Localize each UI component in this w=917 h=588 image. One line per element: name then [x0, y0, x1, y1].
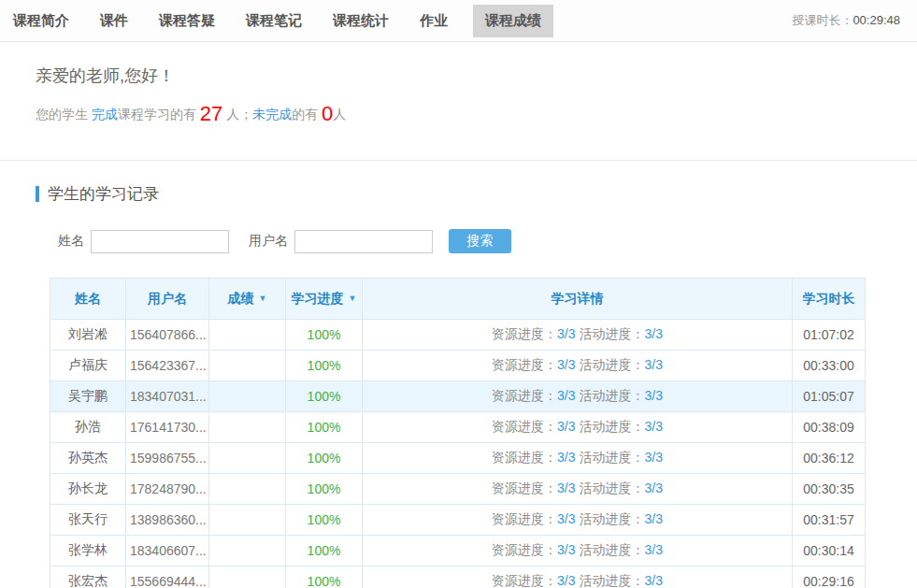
resource-progress-label: 资源进度： — [492, 357, 557, 372]
student-name-cell: 张天行 — [50, 505, 126, 536]
score-cell — [209, 536, 286, 566]
stats-mid1: 课程学习的有 — [118, 107, 200, 122]
resource-progress-label: 资源进度： — [492, 326, 557, 341]
uncompleted-link[interactable]: 未完成 — [252, 107, 292, 122]
table-row: 卢福庆156423367...100%资源进度：3/3活动进度：3/300:33… — [50, 351, 866, 381]
tab-course-qa[interactable]: 课程答疑 — [159, 5, 215, 37]
duration-cell: 00:38:09 — [793, 412, 866, 443]
resource-progress-label: 资源进度： — [492, 511, 557, 526]
progress-cell: 100% — [286, 443, 363, 474]
score-cell — [209, 412, 286, 443]
detail-cell: 资源进度：3/3活动进度：3/3 — [363, 381, 793, 412]
top-navigation-bar: 课程简介课件课程答疑课程笔记课程统计作业课程成绩 授课时长：00:29:48 — [0, 0, 917, 42]
student-name-cell: 卢福庆 — [50, 351, 126, 381]
resource-progress-link[interactable]: 3/3 — [557, 542, 575, 557]
resource-progress-link[interactable]: 3/3 — [557, 326, 575, 341]
duration-cell: 00:31:57 — [793, 505, 866, 536]
section-title-text: 学生的学习记录 — [48, 183, 159, 205]
table-row: 张学林183406607...100%资源进度：3/3活动进度：3/300:30… — [50, 536, 866, 566]
table-header-row: 姓名用户名成绩▼学习进度▼学习详情学习时长 — [50, 279, 866, 320]
student-name-cell: 孙长龙 — [50, 474, 126, 505]
activity-progress-link[interactable]: 3/3 — [645, 357, 663, 372]
column-header-label: 学习进度 — [292, 291, 344, 306]
duration-cell: 00:30:35 — [793, 474, 866, 505]
tab-course-intro[interactable]: 课程简介 — [13, 5, 69, 37]
activity-progress-label: 活动进度： — [580, 511, 645, 526]
detail-cell: 资源进度：3/3活动进度：3/3 — [363, 320, 793, 351]
activity-progress-link[interactable]: 3/3 — [645, 542, 663, 557]
activity-progress-link[interactable]: 3/3 — [645, 450, 663, 465]
progress-cell: 100% — [286, 381, 363, 412]
username-cell: 138986360... — [126, 505, 209, 536]
duration-cell: 00:30:14 — [793, 536, 866, 566]
column-header[interactable]: 成绩▼ — [209, 279, 286, 320]
greeting-panel: 亲爱的老师,您好！ 您的学生 完成课程学习的有 27 人；未完成的有 0人 — [0, 42, 917, 161]
activity-progress-label: 活动进度： — [580, 388, 645, 403]
progress-cell: 100% — [286, 474, 363, 505]
activity-progress-label: 活动进度： — [580, 357, 645, 372]
sort-down-icon[interactable]: ▼ — [349, 294, 357, 303]
username-cell: 155669444... — [126, 566, 209, 588]
column-header: 学习详情 — [363, 279, 793, 320]
resource-progress-link[interactable]: 3/3 — [557, 480, 575, 495]
detail-cell: 资源进度：3/3活动进度：3/3 — [363, 412, 793, 443]
activity-progress-link[interactable]: 3/3 — [645, 511, 663, 526]
progress-cell: 100% — [286, 505, 363, 536]
duration-cell: 01:05:07 — [793, 381, 866, 412]
greeting-title: 亲爱的老师,您好！ — [36, 64, 881, 88]
records-table: 姓名用户名成绩▼学习进度▼学习详情学习时长 刘岩凇156407866...100… — [50, 278, 866, 588]
tab-course-grades[interactable]: 课程成绩 — [473, 5, 553, 37]
score-cell — [209, 566, 286, 588]
duration-cell: 00:36:12 — [793, 443, 866, 474]
activity-progress-link[interactable]: 3/3 — [645, 388, 663, 403]
duration-cell: 00:33:00 — [793, 351, 866, 381]
activity-progress-label: 活动进度： — [580, 326, 645, 341]
tab-courseware[interactable]: 课件 — [100, 5, 128, 37]
tab-homework[interactable]: 作业 — [420, 5, 448, 37]
activity-progress-link[interactable]: 3/3 — [645, 326, 663, 341]
resource-progress-label: 资源进度： — [492, 419, 557, 434]
resource-progress-label: 资源进度： — [492, 542, 557, 557]
tab-course-notes[interactable]: 课程笔记 — [246, 5, 302, 37]
student-name-cell: 张宏杰 — [50, 566, 126, 588]
student-stats-line: 您的学生 完成课程学习的有 27 人；未完成的有 0人 — [36, 100, 881, 128]
resource-progress-link[interactable]: 3/3 — [557, 357, 575, 372]
completed-link[interactable]: 完成 — [92, 107, 118, 122]
column-header: 姓名 — [50, 279, 126, 320]
resource-progress-link[interactable]: 3/3 — [557, 419, 575, 434]
progress-cell: 100% — [286, 351, 363, 381]
score-cell — [209, 381, 286, 412]
resource-progress-link[interactable]: 3/3 — [557, 573, 575, 588]
activity-progress-link[interactable]: 3/3 — [645, 573, 663, 588]
resource-progress-link[interactable]: 3/3 — [557, 388, 575, 403]
username-cell: 183407031... — [126, 381, 209, 412]
detail-cell: 资源进度：3/3活动进度：3/3 — [363, 536, 793, 566]
search-button[interactable]: 搜索 — [449, 229, 511, 253]
activity-progress-label: 活动进度： — [580, 573, 645, 588]
sort-down-icon[interactable]: ▼ — [259, 294, 267, 303]
username-input[interactable] — [294, 230, 433, 253]
name-input[interactable] — [91, 230, 229, 253]
teaching-duration-value: 00:29:48 — [853, 13, 900, 27]
resource-progress-link[interactable]: 3/3 — [557, 511, 575, 526]
activity-progress-link[interactable]: 3/3 — [645, 480, 663, 495]
resource-progress-link[interactable]: 3/3 — [557, 450, 575, 465]
activity-progress-label: 活动进度： — [580, 480, 645, 495]
username-cell: 176141730... — [126, 412, 209, 443]
column-header-label: 用户名 — [148, 291, 187, 306]
activity-progress-link[interactable]: 3/3 — [645, 419, 663, 434]
column-header-label: 学习详情 — [552, 291, 604, 306]
section-title-accent-bar — [36, 186, 39, 202]
tab-course-stats[interactable]: 课程统计 — [333, 5, 389, 37]
stats-mid3: 的有 — [292, 107, 322, 122]
resource-progress-label: 资源进度： — [492, 388, 557, 403]
teaching-duration: 授课时长：00:29:48 — [792, 12, 900, 29]
uncompleted-count: 0 — [322, 102, 333, 125]
table-row: 刘岩凇156407866...100%资源进度：3/3活动进度：3/301:07… — [50, 320, 866, 351]
column-header[interactable]: 学习进度▼ — [286, 279, 363, 320]
score-cell — [209, 351, 286, 381]
detail-cell: 资源进度：3/3活动进度：3/3 — [363, 505, 793, 536]
score-cell — [209, 505, 286, 536]
learning-records-section: 学生的学习记录 姓名 用户名 搜索 姓名用户名成绩▼学习进度▼学习详情学习时长 … — [0, 161, 917, 588]
activity-progress-label: 活动进度： — [580, 542, 645, 557]
